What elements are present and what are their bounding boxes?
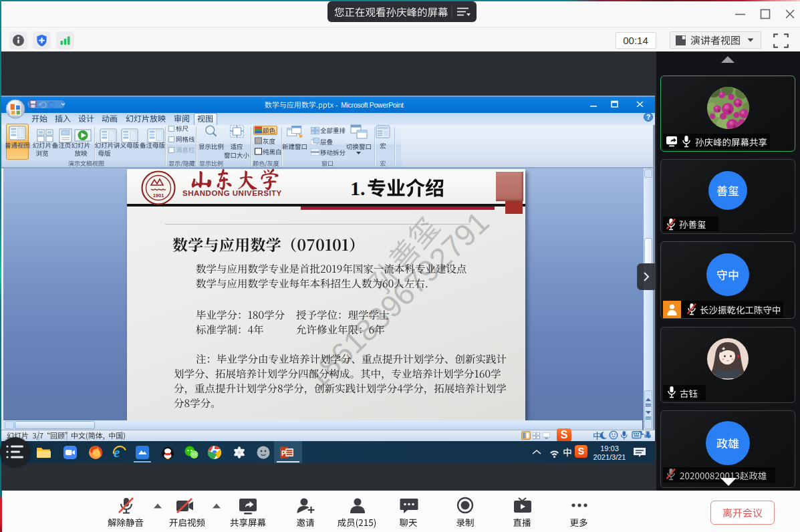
svg-text:1901: 1901	[153, 192, 164, 198]
svg-text:?: ?	[646, 114, 650, 121]
svg-text:P: P	[281, 450, 286, 457]
